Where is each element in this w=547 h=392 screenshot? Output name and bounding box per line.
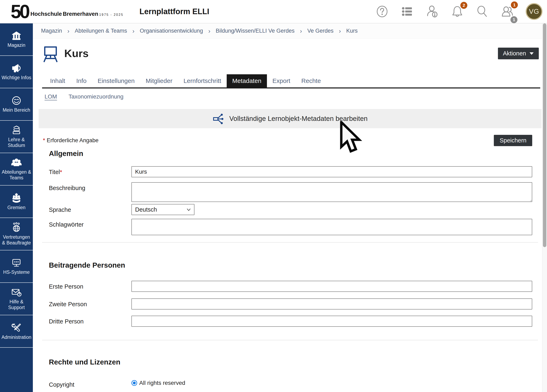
edit-full-metadata-label: Vollständige Lernobjekt-Metadaten bearbe… — [229, 115, 368, 122]
bank-icon — [12, 31, 21, 41]
form-row-copyright: Copyright All rights reserved — [33, 379, 542, 388]
who-is-online-icon[interactable] — [425, 4, 439, 19]
save-button[interactable]: Speichern — [494, 135, 532, 146]
breadcrumb-item[interactable]: Bildung/Wissen/ELLI Ve Gerdes — [216, 28, 294, 34]
tab-metadaten[interactable]: Metadaten — [227, 74, 267, 88]
form-header: *Erforderliche Angabe Speichern — [43, 135, 532, 146]
required-hint: Erforderliche Angabe — [47, 137, 99, 143]
breadcrumb-item[interactable]: Ve Gerdes — [307, 28, 334, 34]
main-content: Magazin› Abteilungen & Teams› Organisati… — [33, 23, 542, 392]
page-header: Kurs Aktionen — [33, 46, 542, 62]
megaphone-icon — [11, 63, 21, 73]
zweite-person-input[interactable] — [131, 298, 532, 310]
university-logo: 50 Hochschule Bremerhaven 1975 - 2025 — [11, 3, 123, 20]
tools-icon — [11, 322, 21, 333]
subtab-taxonomiezuordnung[interactable]: Taxonomiezuordnung — [68, 93, 124, 100]
sidebar-item-lehre-studium[interactable]: Lehre & Studium — [0, 121, 33, 153]
sidebar-item-hilfe-support[interactable]: Hilfe & Support — [0, 283, 33, 315]
chevron-right-icon: › — [300, 27, 302, 34]
erste-person-label: Erste Person — [49, 281, 131, 292]
sidebar-item-hs-systeme[interactable]: HS-Systeme — [0, 250, 33, 283]
erste-person-input[interactable] — [131, 281, 532, 292]
sidebar-item-mein-bereich[interactable]: Mein Bereich — [0, 88, 33, 121]
metadata-nodes-icon — [212, 113, 224, 124]
actions-button[interactable]: Aktionen — [498, 48, 539, 59]
chevron-right-icon: › — [208, 27, 210, 34]
breadcrumb: Magazin› Abteilungen & Teams› Organisati… — [33, 23, 542, 39]
breadcrumb-item[interactable]: Abteilungen & Teams — [75, 28, 127, 34]
search-icon[interactable] — [476, 4, 489, 19]
sidebar-item-vertretungen[interactable]: Vertretungen & Beauftragte — [0, 218, 33, 250]
form-row-schlagwoerter: Schlagwörter — [33, 219, 542, 235]
required-star: * — [60, 169, 62, 175]
schlagwoerter-input[interactable] — [131, 219, 532, 235]
subtab-lom[interactable]: LOM — [45, 93, 57, 100]
bell-badge: 2 — [460, 2, 467, 9]
smiley-icon — [12, 96, 21, 106]
vertical-scrollbar — [542, 23, 547, 392]
copyright-option-label: All rights reserved — [139, 380, 185, 386]
form-row-zweite-person: Zweite Person — [33, 298, 542, 310]
titel-label: Titel — [49, 169, 60, 175]
monitor-password-icon — [11, 258, 21, 268]
tab-export[interactable]: Export — [267, 74, 296, 88]
course-easel-icon — [42, 46, 59, 62]
dritte-person-input[interactable] — [131, 316, 532, 327]
sidebar-item-wichtige-infos[interactable]: Wichtige Infos — [0, 56, 33, 88]
required-star: * — [43, 137, 45, 143]
schlagwoerter-label: Schlagwörter — [49, 219, 131, 235]
form-row-sprache: Sprache Deutsch — [33, 204, 542, 215]
breadcrumb-item[interactable]: Magazin — [41, 28, 62, 34]
section-divider — [42, 340, 538, 340]
breadcrumb-item[interactable]: Kurs — [346, 28, 358, 34]
notifications-bell-icon[interactable]: 2 — [451, 4, 464, 19]
copyright-radio[interactable] — [131, 380, 137, 386]
mail-question-icon — [11, 287, 22, 297]
list-icon[interactable] — [400, 4, 414, 19]
header-icon-bar: 2 1 1 VG — [375, 3, 542, 20]
globe-people-icon — [11, 222, 21, 233]
copyright-label: Copyright — [49, 379, 131, 388]
user-avatar[interactable]: VG — [526, 3, 542, 20]
sprache-select[interactable]: Deutsch — [131, 204, 194, 215]
sidebar-item-abteilungen-teams[interactable]: Abteilungen & Teams — [0, 153, 33, 186]
tab-mitglieder[interactable]: Mitglieder — [140, 74, 178, 88]
contacts-badge-top: 1 — [511, 1, 518, 8]
help-icon[interactable] — [375, 4, 389, 19]
application-window: 50 Hochschule Bremerhaven 1975 - 2025 Le… — [0, 0, 547, 392]
logo-line1: Hochschule — [30, 11, 62, 17]
sidebar-empty-area — [0, 348, 33, 392]
beschreibung-textarea[interactable] — [131, 182, 532, 202]
sprache-label: Sprache — [49, 204, 131, 215]
titel-input[interactable] — [131, 166, 532, 177]
form-row-dritte-person: Dritte Person — [33, 316, 542, 327]
sidebar-item-gremien[interactable]: Gremien — [0, 186, 33, 218]
people-group-icon — [11, 158, 22, 168]
logo-50-mark: 50 — [11, 3, 28, 20]
contacts-icon[interactable]: 1 1 — [501, 4, 514, 19]
sidebar-item-magazin[interactable]: Magazin — [0, 23, 33, 56]
edit-full-metadata-link[interactable]: Vollständige Lernobjekt-Metadaten bearbe… — [39, 109, 541, 128]
chevron-right-icon: › — [67, 27, 69, 34]
section-divider — [42, 242, 538, 243]
tab-inhalt[interactable]: Inhalt — [45, 74, 71, 88]
section-title-beitragende-personen: Beitragende Personen — [49, 261, 542, 269]
tab-lernfortschritt[interactable]: Lernfortschritt — [178, 74, 227, 88]
logo-years: 1975 - 2025 — [99, 13, 123, 16]
caret-down-icon — [529, 52, 534, 55]
books-cap-icon — [11, 125, 21, 135]
breadcrumb-item[interactable]: Organisationsentwicklung — [140, 28, 203, 34]
form-row-beschreibung: Beschreibung — [33, 182, 542, 203]
main-sidebar: Magazin Wichtige Infos Mein Bereich Lehr… — [0, 23, 33, 392]
chevron-right-icon: › — [339, 27, 341, 34]
zweite-person-label: Zweite Person — [49, 298, 131, 310]
tab-rechte[interactable]: Rechte — [296, 74, 327, 88]
section-title-allgemein: Allgemein — [49, 149, 542, 158]
tab-einstellungen[interactable]: Einstellungen — [92, 74, 140, 88]
scrollbar-thumb[interactable] — [543, 23, 546, 247]
form-row-titel: Titel* — [33, 166, 542, 177]
sidebar-item-administration[interactable]: Administration — [0, 315, 33, 348]
tab-info[interactable]: Info — [71, 74, 92, 88]
tab-bar: Inhalt Info Einstellungen Mitglieder Ler… — [42, 74, 540, 88]
app-title: Lernplattform ELLI — [139, 7, 209, 16]
